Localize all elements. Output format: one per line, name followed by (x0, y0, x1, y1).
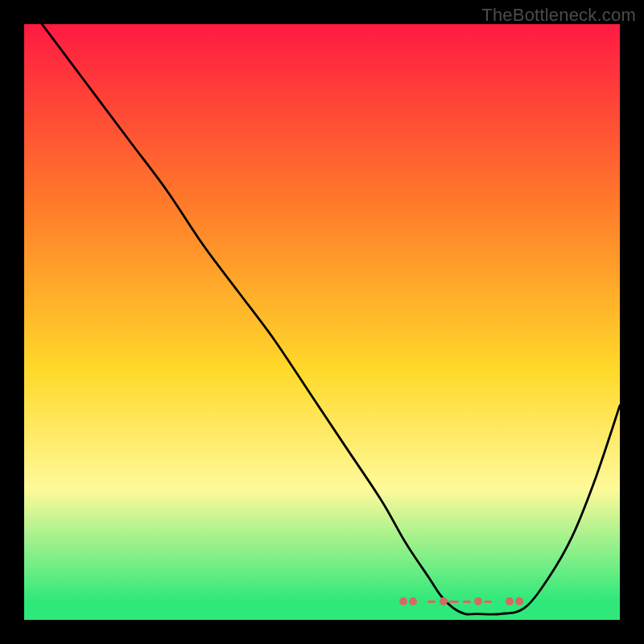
marker-dot (399, 597, 407, 605)
svg-rect-0 (24, 24, 620, 620)
chart-frame: TheBottleneck.com (0, 0, 644, 644)
plot-area (24, 24, 620, 620)
marker-dot (440, 597, 448, 605)
marker-dash (448, 601, 459, 603)
marker-dash (484, 601, 492, 603)
marker-dot (409, 597, 417, 605)
gradient-background (24, 24, 620, 620)
marker-dash (463, 601, 471, 603)
marker-dot (474, 597, 482, 605)
bottleneck-curve (24, 24, 620, 614)
watermark-label: TheBottleneck.com (481, 5, 636, 26)
marker-dot (515, 597, 523, 605)
curve-layer (24, 24, 620, 620)
marker-dash (427, 601, 436, 603)
marker-dot (506, 597, 514, 605)
